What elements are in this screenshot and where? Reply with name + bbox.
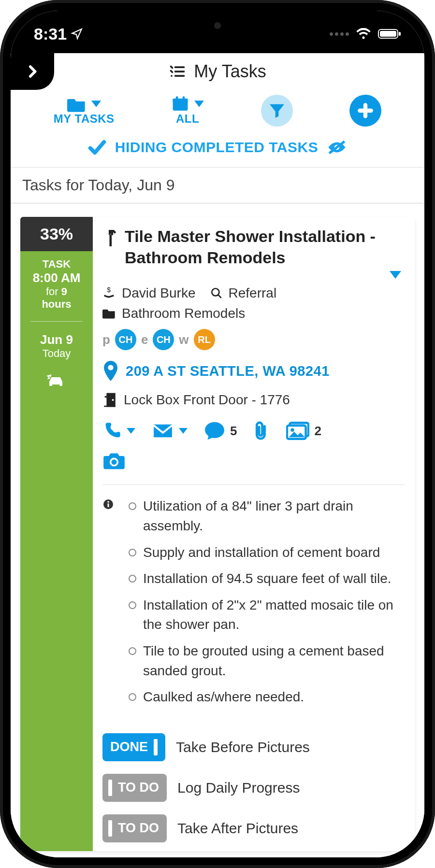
svg-rect-1 [380, 31, 396, 37]
subtask-label: Take Before Pictures [176, 739, 310, 755]
task-project: Bathroom Remodels [122, 306, 245, 321]
svg-point-14 [112, 399, 114, 401]
funnel-icon [267, 101, 287, 120]
task-source: Referral [229, 285, 277, 301]
svg-rect-12 [106, 393, 115, 407]
assignee-chip[interactable]: CH [115, 329, 136, 350]
money-hand-icon: $ [102, 286, 116, 300]
expand-task-button[interactable] [102, 268, 405, 279]
folder-icon [102, 308, 116, 319]
back-button[interactable] [11, 53, 54, 90]
caret-down-icon [179, 428, 188, 434]
caret-down-icon [127, 428, 135, 434]
pin-icon [102, 361, 119, 381]
email-button[interactable] [152, 423, 188, 439]
phone-icon [102, 421, 122, 441]
svg-line-11 [218, 295, 221, 299]
subtask-label: Take After Pictures [177, 820, 298, 837]
task-description-list: Utilization of a 84" liner 3 part drain … [124, 497, 405, 713]
address-text: 209 A ST SEATTLE, WA 98241 [126, 363, 330, 379]
location-arrow-icon [71, 28, 83, 40]
door-icon [102, 392, 117, 408]
car-crash-icon [45, 371, 68, 389]
attachment-button[interactable] [253, 421, 270, 441]
check-icon [88, 140, 106, 155]
assignee-chip[interactable]: RL [194, 329, 215, 350]
image-icon [286, 422, 309, 440]
desc-item: Utilization of a 84" liner 3 part drain … [129, 497, 405, 536]
camera-button[interactable] [102, 451, 405, 470]
task-today-label: Today [43, 347, 71, 360]
desc-item: Supply and installation of cement board [129, 543, 405, 563]
tab-my-tasks[interactable]: MY TASKS [54, 96, 115, 126]
envelope-icon [152, 423, 174, 439]
lockbox-text: Lock Box Front Door - 1776 [124, 392, 290, 408]
task-start-time: 8:00 AM [33, 270, 81, 285]
comments-button[interactable]: 5 [204, 421, 237, 441]
page-title: My Tasks [194, 61, 266, 82]
toggle-completed[interactable]: HIDING COMPLETED TASKS [11, 130, 424, 168]
filter-button[interactable] [261, 95, 293, 127]
subtask-row[interactable]: DONE Take Before Pictures [102, 733, 405, 761]
address-link[interactable]: 209 A ST SEATTLE, WA 98241 [102, 361, 405, 381]
lockbox-row: Lock Box Front Door - 1776 [102, 392, 405, 408]
subtask-row[interactable]: TO DO Take After Pictures [102, 814, 405, 842]
task-percent: 33% [20, 217, 93, 251]
desc-item: Caulked as/where needed. [129, 687, 405, 707]
subtask-status-pill: TO DO [102, 774, 167, 802]
svg-rect-6 [183, 97, 185, 101]
svg-rect-4 [173, 99, 188, 102]
svg-point-17 [291, 428, 294, 432]
task-contact: David Burke [122, 285, 196, 301]
svg-text:$: $ [107, 286, 111, 294]
subtask-status-pill: TO DO [102, 814, 167, 842]
hiding-label: HIDING COMPLETED TASKS [115, 139, 318, 156]
plus-icon [356, 101, 375, 120]
paperclip-icon [253, 421, 270, 441]
camera-icon [102, 451, 126, 470]
task-date: Jun 9 [40, 332, 73, 347]
svg-point-21 [107, 501, 109, 503]
desc-item: Installation of 94.5 square feet of wall… [129, 569, 405, 589]
assignee-row: p CH e CH w RL [102, 329, 405, 350]
svg-rect-8 [109, 234, 112, 246]
cellular-dots-icon [330, 32, 349, 36]
add-button[interactable] [349, 95, 381, 127]
checklist-icon [169, 63, 186, 80]
task-time-label: TASK [33, 258, 81, 270]
subtask-row[interactable]: TO DO Log Daily Progress [102, 774, 405, 802]
magnify-icon [210, 287, 223, 299]
wifi-icon [356, 28, 371, 40]
comment-count: 5 [230, 424, 237, 439]
comment-icon [204, 421, 225, 441]
call-button[interactable] [102, 421, 135, 441]
task-title: Tile Master Shower Installation - Bathro… [125, 226, 405, 268]
tab-all[interactable]: ALL [171, 96, 204, 126]
tab-my-tasks-label: MY TASKS [54, 112, 115, 126]
info-icon [102, 498, 114, 510]
task-card[interactable]: 33% TASK 8:00 AM for 9 hours Jun 9 Today [20, 217, 415, 851]
caret-down-icon [91, 100, 101, 107]
status-time: 8:31 [34, 25, 67, 43]
hammer-icon [102, 228, 118, 248]
svg-rect-22 [108, 503, 109, 507]
svg-rect-2 [399, 32, 401, 36]
calendar-icon [171, 96, 189, 112]
desc-item: Tile to be grouted using a cement based … [129, 641, 405, 681]
image-count: 2 [314, 424, 321, 439]
section-label: Tasks for Today, Jun 9 [11, 168, 424, 203]
chevron-right-icon [24, 63, 41, 80]
desc-item: Installation of 2"x 2" matted mosaic til… [129, 596, 405, 635]
svg-rect-5 [176, 97, 178, 101]
subtask-status-pill: DONE [102, 733, 165, 761]
svg-point-19 [112, 460, 117, 465]
eye-off-icon [327, 140, 347, 155]
assignee-chip[interactable]: CH [153, 329, 174, 350]
subtask-label: Log Daily Progress [177, 780, 300, 796]
folder-icon [67, 96, 87, 112]
tab-all-label: ALL [176, 112, 199, 126]
svg-point-10 [212, 289, 219, 296]
caret-down-icon [390, 271, 401, 279]
images-button[interactable]: 2 [286, 422, 321, 440]
battery-icon [378, 28, 401, 40]
